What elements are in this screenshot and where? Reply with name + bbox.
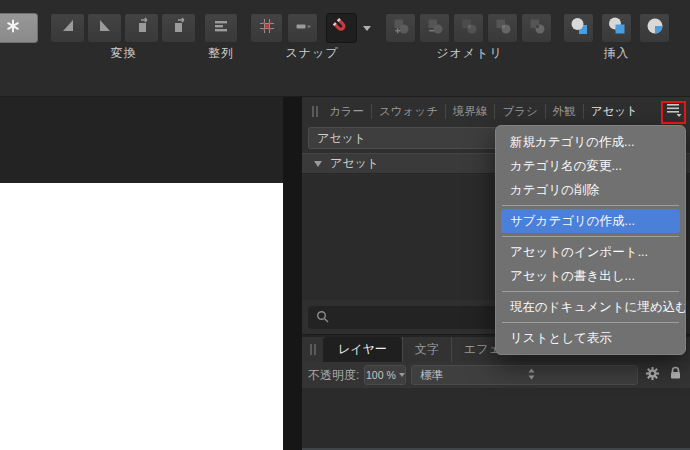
menu-item-create-subcategory[interactable]: サブカテゴリの作成... <box>501 209 680 233</box>
tab-stroke[interactable]: 境界線 <box>445 104 495 119</box>
menu-item-delete-category[interactable]: カテゴリの削除 <box>496 178 685 202</box>
insert-behind-button[interactable] <box>563 13 594 43</box>
insert-inside-button[interactable] <box>639 13 670 43</box>
snap-pixel-button[interactable] <box>287 13 318 43</box>
snap-grid-button[interactable] <box>250 13 283 43</box>
app-window: 変換 整列 スナップ <box>0 0 690 450</box>
grid-icon <box>258 17 276 39</box>
panel-separator-strip <box>283 97 302 450</box>
canvas-viewport[interactable] <box>0 97 302 450</box>
document-page[interactable] <box>0 183 283 450</box>
chevron-down-icon <box>363 26 371 31</box>
chevron-down-icon <box>399 373 405 377</box>
gear-icon <box>645 366 660 385</box>
stepper-arrows-icon <box>527 367 633 383</box>
asset-category-value: アセット <box>317 130 366 147</box>
opacity-label: 不透明度: <box>308 367 359 384</box>
menu-separator <box>502 236 679 237</box>
blend-mode-value: 標準 <box>420 368 526 383</box>
rotate-clockwise-button[interactable] <box>161 13 196 43</box>
layer-settings-button[interactable] <box>643 366 661 384</box>
studio-panel-tabs: カラー スウォッチ 境界線 ブラシ 外観 アセット <box>302 97 690 125</box>
disclosure-triangle-icon <box>314 161 322 167</box>
rotate-counterclockwise-icon <box>132 16 152 40</box>
menu-item-rename-category[interactable]: カテゴリ名の変更... <box>496 154 685 178</box>
pixel-snap-icon <box>294 17 312 39</box>
flip-vertical-button[interactable] <box>87 13 122 43</box>
geometry-combine-button[interactable] <box>521 13 552 43</box>
snap-toggle-button[interactable] <box>326 13 357 43</box>
click-annotation-box <box>661 101 686 124</box>
tab-brushes[interactable]: ブラシ <box>494 104 544 119</box>
menu-item-import-assets[interactable]: アセットのインポート... <box>496 240 685 264</box>
layer-lock-button[interactable] <box>666 366 684 384</box>
insert-behind-icon <box>569 16 589 40</box>
rotate-clockwise-icon <box>169 16 189 40</box>
transform-group-label: 変換 <box>50 45 197 59</box>
boolean-combine-icon <box>528 17 546 39</box>
menu-item-show-as-list[interactable]: リストとして表示 <box>496 326 685 350</box>
magnet-icon <box>327 14 355 42</box>
opacity-value: 100 % <box>366 369 396 381</box>
snap-group-label: スナップ <box>250 45 374 59</box>
blend-mode-dropdown[interactable]: 標準 <box>411 365 638 385</box>
lock-icon <box>669 366 682 384</box>
tab-swatches[interactable]: スウォッチ <box>371 104 445 119</box>
tab-appearance[interactable]: 外観 <box>545 104 583 119</box>
menu-item-create-category[interactable]: 新規カテゴリの作成... <box>496 130 685 154</box>
tab-layers[interactable]: レイヤー <box>323 337 402 362</box>
boolean-divide-icon <box>494 17 512 39</box>
tab-assets[interactable]: アセット <box>583 104 645 119</box>
align-icon <box>212 17 230 39</box>
layers-drag-handle[interactable] <box>310 344 316 355</box>
star-icon <box>6 19 20 37</box>
flip-vertical-icon <box>95 16 115 40</box>
geometry-subtract-button[interactable] <box>419 13 450 43</box>
rotate-counterclockwise-button[interactable] <box>124 13 159 43</box>
geometry-intersect-button[interactable] <box>453 13 484 43</box>
tab-text[interactable]: 文字 <box>402 337 451 362</box>
menu-separator <box>502 322 679 323</box>
align-group-label: 整列 <box>204 45 238 59</box>
boolean-add-icon <box>392 17 410 39</box>
layers-list-area <box>302 388 690 448</box>
geometry-group-label: ジオメトリ <box>385 45 554 59</box>
menu-item-export-assets[interactable]: アセットの書き出し... <box>496 264 685 288</box>
insert-on-top-icon <box>607 16 627 40</box>
geometry-add-button[interactable] <box>385 13 416 43</box>
tab-color[interactable]: カラー <box>322 104 371 119</box>
insert-group-label: 挿入 <box>563 45 670 59</box>
boolean-subtract-icon <box>426 17 444 39</box>
assets-context-menu: 新規カテゴリの作成... カテゴリ名の変更... カテゴリの削除 サブカテゴリの… <box>495 125 686 355</box>
menu-item-embed-in-document[interactable]: 現在のドキュメントに埋め込む <box>496 295 685 319</box>
layers-controls-row: 不透明度: 100 % 標準 <box>302 362 690 388</box>
geometry-divide-button[interactable] <box>487 13 518 43</box>
snap-options-arrow-button[interactable] <box>358 13 375 43</box>
menu-separator <box>502 205 679 206</box>
magnifier-icon <box>316 309 329 327</box>
style-presets-button[interactable] <box>0 13 38 43</box>
insert-on-top-button[interactable] <box>601 13 632 43</box>
opacity-dropdown[interactable]: 100 % <box>364 365 406 385</box>
top-toolbar: 変換 整列 スナップ <box>0 0 690 97</box>
boolean-intersect-icon <box>460 17 478 39</box>
insert-inside-icon <box>645 16 665 40</box>
panel-drag-handle[interactable] <box>312 106 318 117</box>
flip-horizontal-button[interactable] <box>50 13 85 43</box>
asset-group-title: アセット <box>330 155 379 172</box>
alignment-button[interactable] <box>204 13 238 43</box>
menu-separator <box>502 291 679 292</box>
flip-horizontal-icon <box>58 16 78 40</box>
